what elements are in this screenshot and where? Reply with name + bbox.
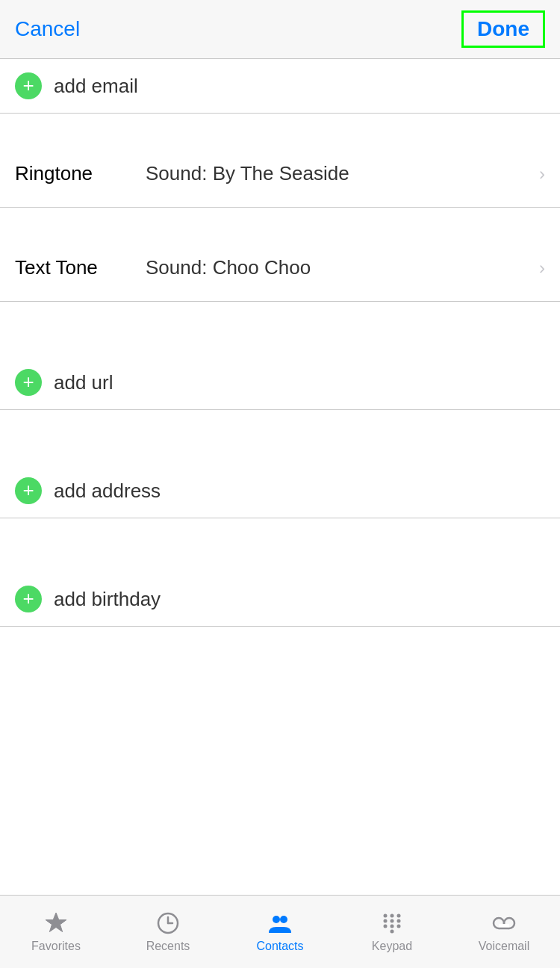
- tab-contacts[interactable]: Contacts: [239, 910, 321, 953]
- ringtone-row[interactable]: Ringtone Sound: By The Seaside ›: [0, 140, 560, 208]
- add-address-row[interactable]: + add address: [0, 464, 560, 518]
- ringtone-chevron-icon: ›: [539, 164, 545, 184]
- svg-point-14: [397, 925, 401, 928]
- tab-favorites[interactable]: Favorites: [15, 910, 97, 953]
- cancel-button[interactable]: Cancel: [15, 17, 80, 41]
- svg-point-13: [391, 925, 394, 928]
- tab-keypad-label: Keypad: [372, 940, 412, 953]
- tab-voicemail-label: Voicemail: [479, 940, 529, 953]
- tab-recents[interactable]: Recents: [127, 910, 209, 953]
- svg-point-15: [391, 930, 394, 934]
- favorites-icon: [43, 910, 69, 936]
- spacer-5: [0, 410, 560, 437]
- done-button[interactable]: Done: [461, 10, 545, 48]
- spacer-1: [0, 114, 560, 140]
- add-url-row[interactable]: + add url: [0, 356, 560, 410]
- text-tone-value: Sound: Choo Choo: [146, 256, 533, 279]
- svg-point-12: [384, 925, 388, 928]
- ringtone-value: Sound: By The Seaside: [146, 162, 533, 185]
- text-tone-row[interactable]: Text Tone Sound: Choo Choo ›: [0, 235, 560, 302]
- svg-point-4: [273, 916, 280, 923]
- tab-voicemail[interactable]: Voicemail: [463, 910, 545, 953]
- svg-point-9: [384, 919, 388, 923]
- add-url-icon: +: [15, 369, 42, 396]
- svg-marker-0: [46, 913, 66, 932]
- add-birthday-icon: +: [15, 586, 42, 612]
- recents-icon: [155, 910, 181, 936]
- add-email-label: add email: [54, 75, 138, 98]
- text-tone-label: Text Tone: [15, 256, 146, 279]
- svg-point-10: [391, 919, 394, 923]
- add-address-label: add address: [54, 480, 161, 503]
- svg-point-7: [391, 914, 394, 918]
- voicemail-icon: [491, 910, 517, 936]
- svg-point-5: [280, 916, 287, 923]
- tab-favorites-label: Favorites: [31, 940, 81, 953]
- add-birthday-label: add birthday: [54, 588, 161, 611]
- add-email-row[interactable]: + add email: [0, 59, 560, 114]
- ringtone-label: Ringtone: [15, 162, 146, 185]
- spacer-8: [0, 545, 560, 572]
- spacer-2: [0, 208, 560, 235]
- add-email-icon: +: [15, 72, 42, 99]
- tab-recents-label: Recents: [146, 940, 190, 953]
- keypad-icon: [379, 910, 405, 936]
- add-url-label: add url: [54, 371, 113, 394]
- spacer-6: [0, 437, 560, 464]
- text-tone-chevron-icon: ›: [539, 258, 545, 279]
- add-address-icon: +: [15, 477, 42, 504]
- svg-point-11: [397, 919, 401, 923]
- header: Cancel Done: [0, 0, 560, 59]
- spacer-3: [0, 302, 560, 329]
- tab-keypad[interactable]: Keypad: [351, 910, 433, 953]
- tab-bar: Favorites Recents Contacts: [0, 895, 560, 968]
- spacer-4: [0, 329, 560, 356]
- svg-point-8: [397, 914, 401, 918]
- spacer-7: [0, 518, 560, 545]
- svg-point-6: [384, 914, 388, 918]
- add-birthday-row[interactable]: + add birthday: [0, 572, 560, 627]
- contacts-icon: [267, 910, 293, 936]
- tab-contacts-label: Contacts: [256, 940, 303, 953]
